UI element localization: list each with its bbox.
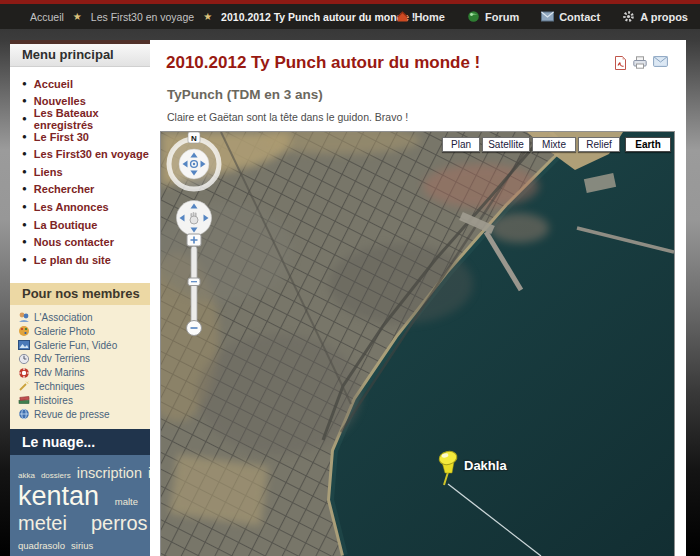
map-type-mixte-button[interactable]: Mixte: [532, 137, 576, 152]
nav-contact-label: Contact: [559, 11, 600, 23]
sidebar-item-annonces[interactable]: ●Les Annonces: [22, 198, 150, 216]
member-label: Galerie Photo: [34, 326, 95, 337]
member-item-rdv-marins[interactable]: Rdv Marins: [18, 366, 150, 380]
member-item-galerie-photo[interactable]: Galerie Photo: [18, 324, 150, 338]
nav-forum[interactable]: Forum: [467, 10, 519, 23]
menu-label: Accueil: [34, 78, 73, 90]
member-item-galerie-fun-video[interactable]: Galerie Fun, Vidéo: [18, 338, 150, 352]
tag-malte[interactable]: malte: [115, 496, 138, 507]
tag-cloud-line: kentan malte: [18, 481, 144, 512]
tag-cloud: akka dossiers inscription italie kentan …: [10, 455, 150, 556]
breadcrumb-home-link[interactable]: Accueil: [30, 11, 64, 23]
palette-icon: [18, 325, 30, 337]
member-item-association[interactable]: L'Association: [18, 311, 150, 325]
books-icon: [18, 394, 30, 406]
bullet-icon: ●: [22, 221, 27, 229]
map-canvas[interactable]: Dakhla N: [161, 132, 674, 556]
main-menu: ●Accueil ●Nouvelles ●Les Bateaux enregis…: [10, 67, 150, 269]
tag-inscription[interactable]: inscription: [77, 465, 142, 481]
breadcrumb-current: 2010.2012 Ty Punch autour du monde !: [221, 11, 415, 23]
tag-metei[interactable]: metei: [18, 512, 67, 535]
menu-label: Liens: [34, 166, 63, 178]
tag-cloud-line: metei perros: [18, 512, 144, 535]
lifebuoy-icon: [18, 367, 30, 379]
members-header: Pour nos membres: [10, 283, 150, 305]
bullet-icon: ●: [22, 168, 27, 176]
article-intro: Claire et Gaëtan sont la tête dans le gu…: [167, 111, 686, 123]
page-title: 2010.2012 Ty Punch autour du monde !: [166, 53, 596, 73]
satellite-map[interactable]: Dakhla N: [160, 131, 675, 556]
member-label: Galerie Fun, Vidéo: [34, 340, 117, 351]
member-item-techniques[interactable]: Techniques: [18, 380, 150, 394]
menu-label: Rechercher: [34, 183, 95, 195]
bullet-icon: ●: [22, 133, 27, 141]
marker-label: Dakhla: [464, 458, 507, 473]
sidebar-item-plan-site[interactable]: ●Le plan du site: [22, 251, 150, 269]
star-icon: ★: [73, 11, 82, 22]
content-container: Menu principal ●Accueil ●Nouvelles ●Les …: [10, 40, 686, 556]
breadcrumb: Accueil ★ Les First30 en voyage ★ 2010.2…: [30, 4, 415, 29]
menu-label: Les Annonces: [34, 201, 109, 213]
compass-north-label: N: [191, 134, 197, 143]
nav-home[interactable]: Home: [396, 10, 445, 23]
menu-label: Le plan du site: [34, 254, 111, 266]
top-nav: Home Forum Contact A propos: [396, 4, 688, 29]
sidebar: Menu principal ●Accueil ●Nouvelles ●Les …: [10, 40, 150, 556]
nav-contact[interactable]: Contact: [541, 11, 600, 23]
sidebar-item-boutique[interactable]: ●La Boutique: [22, 216, 150, 234]
bullet-icon: ●: [22, 203, 27, 211]
email-icon[interactable]: [653, 56, 668, 67]
top-bar: Accueil ★ Les First30 en voyage ★ 2010.2…: [0, 0, 700, 29]
map-type-earth-button[interactable]: Earth: [625, 137, 671, 152]
tag-cloud-header: Le nuage...: [10, 429, 150, 455]
spacer: [10, 269, 150, 283]
member-item-rdv-terriens[interactable]: Rdv Terriens: [18, 352, 150, 366]
sidebar-item-accueil[interactable]: ●Accueil: [22, 75, 150, 93]
menu-label: Les Bateaux enregistrés: [34, 107, 150, 131]
contact-icon: [541, 11, 554, 22]
page: Accueil ★ Les First30 en voyage ★ 2010.2…: [0, 0, 700, 556]
map-type-relief-button[interactable]: Relief: [578, 137, 620, 152]
document-actions: [614, 56, 668, 70]
tag-akka[interactable]: akka: [18, 471, 35, 480]
tag-dossiers[interactable]: dossiers: [41, 471, 71, 480]
tag-perros[interactable]: perros: [91, 512, 148, 535]
nav-home-label: Home: [414, 11, 445, 23]
member-item-histoires[interactable]: Histoires: [18, 393, 150, 407]
bullet-icon: ●: [22, 150, 27, 158]
nav-about-label: A propos: [640, 11, 688, 23]
nav-about[interactable]: A propos: [622, 10, 688, 23]
map-type-satellite-button[interactable]: Satellite: [482, 137, 530, 152]
tag-cloud-line: akka dossiers inscription italie: [18, 465, 144, 481]
sidebar-item-liens[interactable]: ●Liens: [22, 163, 150, 181]
tag-sirius[interactable]: sirius: [71, 540, 93, 551]
member-label: Techniques: [34, 381, 85, 392]
globe-icon: [18, 408, 30, 420]
sidebar-item-rechercher[interactable]: ●Rechercher: [22, 181, 150, 199]
bullet-icon: ●: [22, 256, 27, 264]
pan-control[interactable]: [177, 201, 212, 236]
gear-icon: [622, 10, 635, 23]
bullet-icon: ●: [22, 80, 27, 88]
member-label: Revue de presse: [34, 409, 110, 420]
member-item-revue-presse[interactable]: Revue de presse: [18, 407, 150, 421]
bullet-icon: ●: [22, 97, 27, 105]
association-icon: [18, 311, 30, 323]
sidebar-item-contacter[interactable]: ●Nous contacter: [22, 233, 150, 251]
sidebar-item-bateaux[interactable]: ●Les Bateaux enregistrés: [22, 110, 150, 128]
member-label: Histoires: [34, 395, 73, 406]
pdf-icon[interactable]: [614, 56, 627, 70]
main-menu-header: Menu principal: [10, 44, 150, 67]
menu-label: Les First30 en voyage: [34, 148, 149, 160]
compass-clock-icon: [18, 353, 30, 365]
home-icon: [396, 10, 409, 23]
tag-quadrasolo[interactable]: quadrasolo: [18, 540, 65, 551]
map-type-plan-button[interactable]: Plan: [442, 137, 480, 152]
breadcrumb-voyage-link[interactable]: Les First30 en voyage: [91, 11, 194, 23]
member-label: L'Association: [34, 312, 93, 323]
sidebar-item-voyage[interactable]: ●Les First30 en voyage: [22, 145, 150, 163]
bullet-icon: ●: [22, 185, 27, 193]
print-icon[interactable]: [633, 56, 647, 69]
bullet-icon: ●: [22, 115, 27, 123]
tag-kentan[interactable]: kentan: [18, 481, 99, 512]
